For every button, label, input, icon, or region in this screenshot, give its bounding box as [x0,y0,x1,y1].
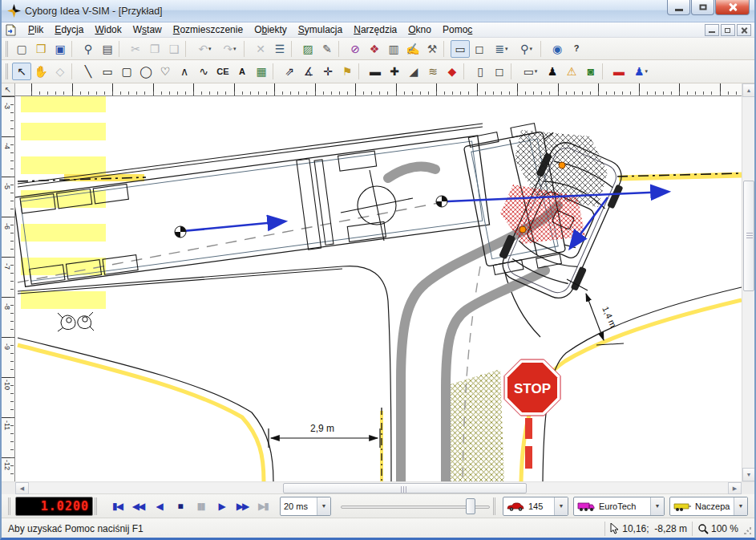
minimize-button[interactable] [667,0,690,15]
cone-marker-button[interactable]: ◆▾ [443,63,462,80]
rectangle-tool-button[interactable]: ▭▾ [98,63,117,80]
fast-forward-button[interactable]: ▶▶ [232,497,253,516]
help-button[interactable]: ?▾ [567,40,586,58]
eraser-button[interactable]: ⊘▾ [346,40,365,58]
vehicle-database-button[interactable]: ❖▾ [365,40,384,58]
new-file-button[interactable]: ▢▾ [12,40,31,58]
style-picker-button[interactable]: ✎▾ [317,40,337,58]
chevron-down-icon[interactable]: ▼ [317,497,330,515]
open-file-button[interactable]: ❒▾ [31,40,51,58]
report-editor-button[interactable]: ✍▾ [403,40,422,58]
intersection-tool-button[interactable]: ✚▾ [385,63,404,80]
mdi-close-button[interactable] [737,24,751,36]
document-icon[interactable] [5,24,17,36]
ruler-origin-button[interactable]: ↖ [2,83,15,96]
online-help-button[interactable]: ◉▾ [548,40,567,58]
text-tool-button[interactable]: A▾ [232,63,252,80]
chevron-down-icon[interactable]: ▼ [734,497,747,515]
time-step-combo[interactable]: 20 ms ▼ [280,497,331,516]
menu-symulacja[interactable]: Symulacja [293,23,348,36]
paste-button[interactable]: ❑▾ [164,40,184,58]
simulation-log-button[interactable]: ▥▾ [384,40,403,58]
chevron-down-icon[interactable]: ▼ [650,497,664,515]
vehicle-select-button[interactable]: ▭▾ [518,63,543,80]
drawing-canvas[interactable]: STOP [15,96,742,481]
undo-button[interactable]: ↶▾ [192,40,217,58]
maximize-button[interactable] [691,0,714,15]
horizontal-scrollbar[interactable]: ◀ ▶ [15,482,742,494]
road-tool-button[interactable]: ▬▾ [366,63,385,80]
copy-button[interactable]: ❐▾ [145,40,164,58]
spline-tool-button[interactable]: ∿▾ [194,63,213,80]
zoom-tool-button[interactable]: ⚲▾ [514,40,539,58]
ellipse-tool-button[interactable]: ◯▾ [136,63,156,80]
pedestrian-object-button[interactable]: ♟▾ [543,63,562,80]
slider-thumb[interactable] [466,498,475,514]
delete-button[interactable]: ✕▾ [251,40,270,58]
menu-edycja[interactable]: Edycja [49,23,89,36]
scroll-left-button[interactable]: ◀ [15,482,29,494]
toolbar-grip[interactable] [6,63,8,79]
title-bar[interactable]: Cyborg Idea V-SIM - [Przykład] [2,0,754,22]
menu-plik[interactable]: Plik [22,23,49,36]
car-object-button[interactable]: ▬▾ [609,63,629,80]
menu-narzedzia[interactable]: Narzędzia [348,23,402,36]
select-tool-button[interactable]: ↖▾ [12,63,31,80]
vertical-scroll-thumb[interactable] [743,181,754,291]
print-preview-button[interactable]: ⚲▾ [79,40,98,58]
go-to-start-button[interactable]: ▮◀ [107,497,127,516]
resize-grip[interactable] [742,521,753,537]
menu-okno[interactable]: Okno [402,23,437,36]
angle-tool-button[interactable]: ∡▾ [299,63,318,80]
go-to-end-button[interactable]: ▶▮ [253,497,273,516]
frame-toggle-button[interactable]: ◻▾ [470,40,489,58]
menu-rozmieszczenie[interactable]: Rozmieszczenie [168,23,249,36]
toolbar-grip[interactable] [6,41,8,57]
layers-button[interactable]: ≣▾ [489,40,514,58]
ramp-tool-button[interactable]: ◢▾ [404,63,423,80]
traffic-light-button[interactable]: ◙▾ [581,63,600,80]
cylinder-object-button[interactable]: ▯▾ [471,63,490,80]
ce-symbol-button[interactable]: CE▾ [213,63,232,80]
pause-button[interactable]: ▮▮ [190,497,211,516]
rounded-rect-tool-button[interactable]: ▢▾ [117,63,136,80]
scroll-up-button[interactable]: ▲ [742,83,755,97]
mdi-minimize-button[interactable] [705,24,719,36]
toolbar-grip[interactable] [95,497,97,515]
timeline-slider[interactable] [339,497,491,516]
pedestrians[interactable] [58,312,94,331]
menu-widok[interactable]: Widok [89,23,127,36]
polyline-tool-button[interactable]: ∧▾ [175,63,194,80]
fast-rewind-button[interactable]: ◀◀ [127,497,148,516]
box-object-button[interactable]: ◻▾ [490,63,509,80]
play-button[interactable]: ▶ [211,497,232,516]
ruler-toggle-button[interactable]: ▭▾ [451,40,470,58]
menu-obiekty[interactable]: Obiekty [249,23,293,36]
vertical-scrollbar[interactable]: ▲ ▼ [742,83,754,481]
view-3d-button[interactable]: ◇▾ [51,63,70,80]
terrain-button[interactable]: ▨▾ [298,40,317,58]
settings-tools-button[interactable]: ⚒▾ [422,40,442,58]
friction-patch-button[interactable]: ≋▾ [423,63,443,80]
print-button[interactable]: ▤▾ [98,40,117,58]
save-button[interactable]: ▣▾ [51,40,70,58]
redo-button[interactable]: ↷▾ [217,40,242,58]
marker-pin-button[interactable]: ⚑▾ [338,63,357,80]
line-tool-button[interactable]: ╲▾ [79,63,98,80]
toolbar-grip[interactable] [493,497,495,515]
scroll-down-button[interactable]: ▼ [742,468,755,481]
dimension-tool-button[interactable]: ⇗▾ [280,63,299,80]
stop-sign[interactable]: STOP [504,359,560,416]
trailer-select-combo[interactable]: Naczepa ▼ [669,497,748,516]
pedestrian-blue-button[interactable]: ♟▾ [629,63,653,80]
toolbar-grip[interactable] [8,497,10,515]
scroll-right-button[interactable]: ▶ [728,482,742,494]
close-button[interactable] [715,0,750,15]
axes-tool-button[interactable]: ✛▾ [318,63,338,80]
play-backward-button[interactable]: ◀ [148,497,169,516]
stop-button[interactable]: ■ [169,497,190,516]
menu-pomoc[interactable]: Pomoc [437,23,478,36]
horizontal-scroll-thumb[interactable] [283,483,527,493]
menu-wstaw[interactable]: Wstaw [127,23,168,36]
cut-button[interactable]: ✂▾ [126,40,145,58]
